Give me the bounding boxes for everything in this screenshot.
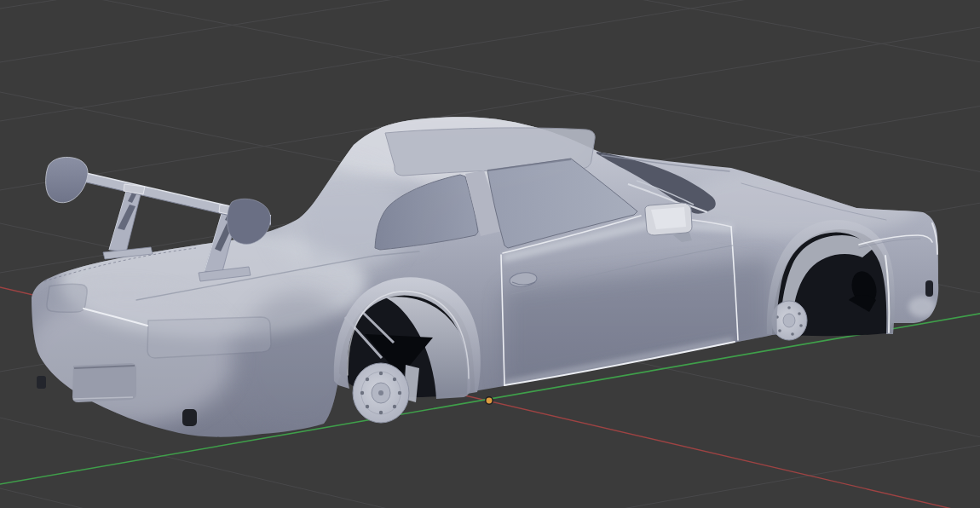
license-plate-recess: [72, 363, 136, 402]
grid-line: [0, 444, 980, 508]
rear-brake-disc: [353, 363, 409, 423]
grid-line: [0, 0, 980, 63]
wing-endplate-left: [46, 157, 88, 202]
viewport-canvas: [0, 0, 980, 508]
origin-marker[interactable]: [486, 397, 493, 404]
car-model[interactable]: [21, 106, 938, 437]
taillight-left: [47, 284, 87, 312]
grid-line: [0, 488, 980, 508]
viewport-3d[interactable]: [0, 0, 980, 508]
grid-line: [0, 0, 980, 122]
exhaust-cutout: [182, 409, 197, 426]
grid-line: [0, 0, 980, 9]
grid-line: [0, 0, 980, 63]
grid-line: [0, 417, 980, 508]
bumper-side-slot: [925, 280, 933, 297]
taillight-right: [147, 317, 271, 358]
bumper-notch-left: [37, 376, 46, 389]
